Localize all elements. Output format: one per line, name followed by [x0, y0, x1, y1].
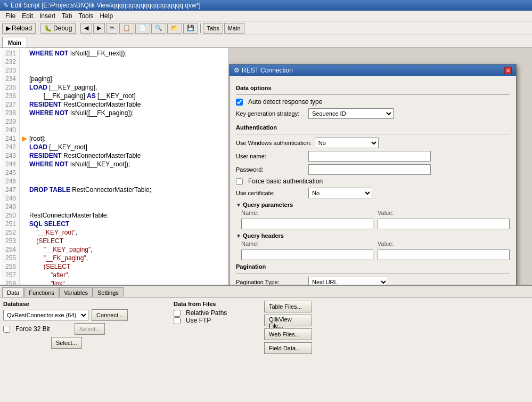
toolbar-btn-2[interactable]: ▶	[93, 23, 105, 34]
force32-row: Force 32 Bit Select...	[3, 323, 163, 335]
tab-functions[interactable]: Functions	[24, 287, 59, 297]
qh-name-input[interactable]	[241, 250, 373, 260]
windows-auth-label: Use Windows authentication:	[236, 140, 312, 146]
toolbar-btn-6[interactable]: 🔍	[151, 23, 166, 34]
dialog-title-content: ⚙ REST Connection	[234, 67, 293, 74]
select-btn-2[interactable]: Select...	[51, 337, 82, 349]
dialog-title-bar: ⚙ REST Connection ✕	[230, 65, 516, 76]
data-from-files-section: Data from Files Relative Paths Use FTP	[174, 301, 253, 396]
code-line-232: 232	[1, 58, 227, 66]
qlikview-file-button[interactable]: QlikView File...	[264, 315, 312, 326]
code-line-252: 252 "__KEY_root",	[1, 228, 227, 237]
menu-tab[interactable]: Tab	[59, 11, 75, 21]
menu-edit[interactable]: Edit	[19, 11, 36, 21]
tab-variables[interactable]: Variables	[59, 287, 93, 297]
menu-bar: File Edit Insert Tab Tools Help	[0, 11, 532, 21]
database-label: Database	[3, 301, 163, 307]
code-editor[interactable]: 231 WHERE NOT IsNull([__FK_next]); 232 2…	[0, 48, 229, 285]
select-btn-1[interactable]: Select...	[75, 323, 105, 335]
qp-value-input[interactable]	[378, 219, 510, 229]
debug-button[interactable]: 🐛 Debug	[40, 23, 76, 34]
use-ftp-label: Use FTP	[186, 317, 211, 324]
menu-help[interactable]: Help	[96, 11, 116, 21]
rest-connection-dialog: ⚙ REST Connection ✕ Data options Auto de…	[229, 64, 517, 285]
qh-value-input-col	[378, 250, 510, 260]
toolbar-btn-5[interactable]: 📄	[135, 23, 150, 34]
debug-icon: 🐛	[44, 25, 52, 32]
tab-settings[interactable]: Settings	[93, 287, 124, 297]
windows-auth-row: Use Windows authentication: No Yes	[236, 138, 510, 148]
reload-icon: ▶	[6, 25, 11, 32]
code-line-242: 242 LOAD [__KEY_root]	[1, 143, 227, 151]
tab-data[interactable]: Data	[2, 287, 24, 297]
qh-headers: Name: Value:	[241, 240, 510, 248]
code-line-233: 233	[1, 66, 227, 75]
title-bar-text: Edit Script [E:\Projects\BI\Qlik View\qq…	[11, 2, 201, 9]
pagination-type-row: Pagination Type: Next URL Page Number Of…	[236, 277, 510, 285]
code-line-250: 250 RestConnectorMasterTable:	[1, 211, 227, 220]
code-line-244: 244 WHERE NOT IsNull([__KEY_root]);	[1, 160, 227, 168]
query-headers-content: Name: Value:	[236, 240, 510, 260]
dialog-gear-icon: ⚙	[234, 67, 240, 74]
key-gen-label: Key generation strategy:	[236, 110, 305, 117]
menu-file[interactable]: File	[2, 11, 19, 21]
dialog-close-button[interactable]: ✕	[504, 67, 512, 74]
key-gen-select[interactable]: Sequence ID Hash UUID	[308, 108, 394, 119]
bottom-panel: Data Functions Variables Settings Databa…	[0, 285, 532, 402]
toolbar-btn-1[interactable]: ◀	[80, 23, 92, 34]
toolbar-btn-8[interactable]: 💾	[183, 23, 198, 34]
pagination-section: Pagination Pagination Type: Next URL Pag…	[236, 263, 510, 285]
code-line-238: 238 WHERE NOT IsNull([__FK_paging]);	[1, 109, 227, 117]
bottom-content: Database QvRestConnector.exe (64) (Qlik …	[0, 298, 532, 399]
field-data-button[interactable]: Field Data...	[264, 342, 312, 354]
auth-divider	[236, 134, 510, 134]
toolbar-separator-3	[200, 23, 201, 33]
tabs-button[interactable]: Tabs	[203, 23, 223, 34]
pagination-type-select[interactable]: Next URL Page Number Offset None	[308, 277, 388, 285]
password-label: Password:	[236, 166, 305, 173]
main-button[interactable]: Main	[224, 23, 244, 34]
username-row: User name:	[236, 151, 510, 162]
tab-main[interactable]: Main	[2, 37, 27, 47]
qp-name-col: Name:	[241, 210, 373, 217]
use-ftp-checkbox[interactable]	[174, 317, 181, 324]
code-line-255: 255 "__FK_paging",	[1, 254, 227, 262]
pagination-divider	[236, 273, 510, 274]
relative-paths-label: Relative Paths	[186, 309, 227, 317]
qp-value-label: Value:	[378, 210, 510, 216]
windows-auth-select[interactable]: No Yes	[315, 138, 379, 148]
database-exe-select[interactable]: QvRestConnector.exe (64) (Qlik	[3, 310, 88, 320]
query-headers-header[interactable]: ▼ Query headers	[236, 232, 510, 239]
menu-tools[interactable]: Tools	[75, 11, 96, 21]
web-files-button[interactable]: Web Files...	[264, 328, 312, 340]
reload-button[interactable]: ▶ Reload	[2, 23, 36, 34]
use-cert-select[interactable]: No Yes	[308, 188, 372, 198]
qh-value-input[interactable]	[378, 250, 510, 260]
content-area: Main 231 WHERE NOT IsNull([__FK_next]); …	[0, 35, 532, 402]
title-bar-icon: ✎	[3, 2, 9, 9]
password-input[interactable]	[308, 164, 431, 175]
toolbar-btn-4[interactable]: 📋	[119, 23, 134, 34]
relative-paths-checkbox[interactable]	[174, 310, 181, 317]
use-ftp-row: Use FTP	[174, 317, 253, 324]
force-basic-checkbox[interactable]	[236, 178, 243, 185]
qh-name-label: Name:	[241, 240, 373, 247]
table-files-button[interactable]: Table Files...	[264, 301, 312, 312]
toolbar-btn-7[interactable]: 📂	[167, 23, 182, 34]
pagination-type-label: Pagination Type:	[236, 279, 305, 285]
username-input[interactable]	[308, 151, 431, 162]
force32-checkbox[interactable]	[3, 326, 10, 333]
qp-name-label: Name:	[241, 210, 373, 216]
query-params-header[interactable]: ▼ Query parameters	[236, 202, 510, 208]
code-line-253: 253 (SELECT	[1, 237, 227, 245]
auto-detect-checkbox[interactable]	[236, 99, 243, 106]
pagination-label: Pagination	[236, 263, 510, 270]
code-line-240: 240	[1, 126, 227, 134]
query-headers-arrow: ▼	[236, 233, 241, 239]
auto-detect-label: Auto detect response type	[248, 98, 322, 106]
connect-button[interactable]: Connect...	[92, 309, 128, 321]
toolbar-btn-3[interactable]: ✂	[106, 23, 118, 34]
qp-name-input[interactable]	[241, 219, 373, 229]
menu-insert[interactable]: Insert	[36, 11, 59, 21]
query-headers-label: Query headers	[243, 232, 284, 239]
